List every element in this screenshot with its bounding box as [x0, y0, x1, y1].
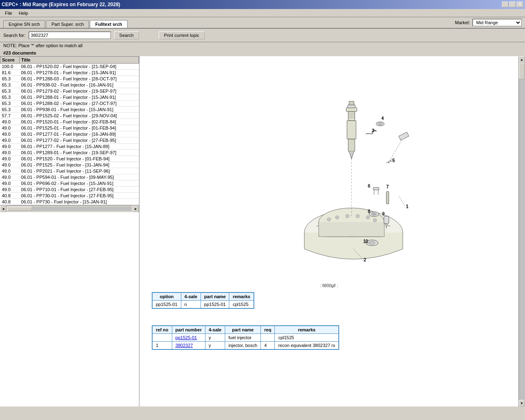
svg-point-5	[356, 215, 359, 218]
parts-col-partnum: part number	[172, 326, 205, 334]
search-button[interactable]: Search	[114, 31, 139, 39]
result-title[interactable]: 06.01 - PP1279-02 - Fuel Injector - [19-…	[19, 88, 139, 94]
result-title[interactable]: 06.01 - PP1289-01 - Fuel Injector - [19-…	[19, 150, 139, 156]
tab-part-super[interactable]: Part Super. srch	[46, 20, 89, 28]
result-title[interactable]: 06.01 - PP938-01 - Fuel Injector - [15-J…	[19, 107, 139, 113]
result-row[interactable]: 49.006.01 - PP594-01 - Fuel Injector - […	[0, 174, 139, 180]
menu-file[interactable]: File	[2, 10, 16, 16]
result-row[interactable]: 81.606.01 - PP1278-01 - Fuel Injector - …	[0, 70, 139, 76]
result-title[interactable]: 06.01 - PP1288-03 - Fuel Injector - [28-…	[19, 76, 139, 82]
opt-col-partname: part name	[201, 292, 229, 301]
result-title[interactable]: 06.01 - PP938-02 - Fuel Injector - [16-J…	[19, 82, 139, 88]
close-button[interactable]: ✕	[517, 2, 523, 7]
result-score: 49.0	[0, 131, 20, 137]
parts-col-refno: ref no	[152, 326, 172, 334]
result-row[interactable]: 40.806.01 - PP730 - Fuel Injector - [15-…	[0, 199, 139, 205]
result-row[interactable]: 49.006.01 - PP1525-01 - Fuel Injector - …	[0, 125, 139, 131]
result-row[interactable]: 49.006.01 - PP2021 - Fuel Injector - [11…	[0, 168, 139, 174]
restore-button[interactable]: □	[509, 2, 516, 7]
opt-partname: pp1525-01	[201, 301, 229, 309]
parts-partnum[interactable]: 3802327	[172, 342, 205, 350]
result-title[interactable]: 06.01 - PP730-01 - Fuel Injector - [27-F…	[19, 193, 139, 199]
option-row: pp1525-01 n pp1525-01 cpl1525	[152, 301, 254, 309]
result-title[interactable]: 06.01 - PP594-01 - Fuel Injector - [09-M…	[19, 174, 139, 180]
scroll-left-btn[interactable]: ◄	[0, 205, 7, 212]
result-row[interactable]: 65.306.01 - PP1288-02 - Fuel Injector - …	[0, 100, 139, 107]
result-title[interactable]: 06.01 - PP1277 - Fuel Injector - [15-JAN…	[19, 144, 139, 150]
result-title[interactable]: 06.01 - PP1520-01 - Fuel Injector - [02-…	[19, 119, 139, 125]
result-score: 40.8	[0, 199, 20, 205]
scroll-up-btn[interactable]: ▲	[519, 56, 525, 63]
result-row[interactable]: 49.006.01 - PP1525 - Fuel Injector - [31…	[0, 162, 139, 168]
scroll-thumb[interactable]	[7, 207, 32, 211]
result-row[interactable]: 65.306.01 - PP1288-01 - Fuel Injector - …	[0, 94, 139, 100]
result-title[interactable]: 06.01 - PP1277-02 - Fuel Injector - [27-…	[19, 137, 139, 144]
tab-engine-sn[interactable]: Engine SN srch	[3, 20, 45, 28]
result-title[interactable]: 06.01 - PP730 - Fuel Injector - [15-JAN-…	[19, 199, 139, 205]
right-panel: 1 2 3 4 5 6 7 8 9	[139, 56, 518, 406]
result-score: 65.3	[0, 88, 20, 94]
market-label: Market:	[455, 20, 470, 25]
scroll-track-right[interactable]	[519, 63, 525, 400]
part-number-link[interactable]: pp1525-01	[176, 335, 197, 340]
note-area: NOTE: Place '*' after option to match al…	[0, 42, 525, 50]
result-row[interactable]: 65.306.01 - PP938-02 - Fuel Injector - […	[0, 82, 139, 88]
result-row[interactable]: 49.006.01 - PP1277-01 - Fuel Injector - …	[0, 131, 139, 137]
result-row[interactable]: 65.306.01 - PP1288-03 - Fuel Injector - …	[0, 76, 139, 82]
result-title[interactable]: 06.01 - PP1277-01 - Fuel Injector - [16-…	[19, 131, 139, 137]
scroll-thumb-right[interactable]	[519, 63, 525, 79]
menu-help[interactable]: Help	[16, 10, 32, 16]
result-title[interactable]: 06.01 - PP1520 - Fuel Injector - [01-FEB…	[19, 156, 139, 162]
svg-point-6	[366, 216, 370, 219]
result-title[interactable]: 06.01 - PP1520-02 - Fuel Injector - [21-…	[19, 64, 139, 70]
result-row[interactable]: 65.306.01 - PP938-01 - Fuel Injector - […	[0, 107, 139, 113]
results-table: Score Title 100.006.01 - PP1520-02 - Fue…	[0, 56, 139, 205]
fig-caption: : fi800gif :	[320, 283, 338, 288]
result-title[interactable]: 06.01 - PP1525 - Fuel Injector - [31-JAN…	[19, 162, 139, 168]
result-row[interactable]: 65.306.01 - PP1279-02 - Fuel Injector - …	[0, 88, 139, 94]
result-title[interactable]: 06.01 - PP1288-02 - Fuel Injector - [27-…	[19, 100, 139, 107]
result-row[interactable]: 49.006.01 - PP1289-01 - Fuel Injector - …	[0, 150, 139, 156]
result-row[interactable]: 49.006.01 - PP710-01 - Fuel Injector - […	[0, 187, 139, 193]
scroll-track[interactable]	[7, 207, 132, 211]
svg-point-2	[327, 218, 331, 221]
result-score: 49.0	[0, 119, 20, 125]
result-row[interactable]: 49.006.01 - PP696-02 - Fuel Injector - […	[0, 180, 139, 187]
app-title: CEPC+ : Mid Range (Expires on February 2…	[2, 2, 120, 7]
window-controls: ─ □ ✕	[502, 2, 523, 7]
search-label: Search for:	[3, 33, 25, 38]
result-title[interactable]: 06.01 - PP1525-01 - Fuel Injector - [01-…	[19, 125, 139, 131]
result-row[interactable]: 49.006.01 - PP1520 - Fuel Injector - [01…	[0, 156, 139, 162]
part-number-link[interactable]: 3802327	[176, 343, 193, 348]
result-score: 49.0	[0, 137, 20, 144]
option-table-container: option 4-sale part name remarks pp1525-0…	[144, 288, 514, 313]
result-title[interactable]: 06.01 - PP1278-01 - Fuel Injector - [15-…	[19, 70, 139, 76]
print-button[interactable]: Print current topic	[159, 31, 205, 39]
result-row[interactable]: 49.006.01 - PP1277 - Fuel Injector - [15…	[0, 144, 139, 150]
market-select[interactable]: Mid Range Heavy Duty Light Duty	[472, 19, 522, 26]
result-row[interactable]: 40.806.01 - PP730-01 - Fuel Injector - […	[0, 193, 139, 199]
result-score: 65.3	[0, 82, 20, 88]
result-title[interactable]: 06.01 - PP1525-02 - Fuel Injector - [29-…	[19, 113, 139, 119]
minimize-button[interactable]: ─	[502, 2, 509, 7]
parts-col-sale: 4-sale	[205, 326, 225, 334]
parts-req: 4	[261, 342, 275, 350]
result-row[interactable]: 49.006.01 - PP1520-01 - Fuel Injector - …	[0, 119, 139, 125]
parts-refno	[152, 334, 172, 342]
scroll-down-btn[interactable]: ▼	[519, 400, 525, 406]
tab-fulltext[interactable]: Fulltext srch	[90, 20, 127, 28]
scroll-right-btn[interactable]: ►	[132, 205, 139, 212]
opt-col-remarks: remarks	[229, 292, 254, 301]
result-row[interactable]: 100.006.01 - PP1520-02 - Fuel Injector -…	[0, 64, 139, 70]
result-row[interactable]: 57.706.01 - PP1525-02 - Fuel Injector - …	[0, 113, 139, 119]
result-title[interactable]: 06.01 - PP2021 - Fuel Injector - [11-SEP…	[19, 168, 139, 174]
result-title[interactable]: 06.01 - PP696-02 - Fuel Injector - [15-J…	[19, 180, 139, 187]
search-input[interactable]	[29, 32, 111, 39]
svg-text:10: 10	[363, 239, 368, 244]
svg-rect-12	[348, 112, 355, 121]
result-title[interactable]: 06.01 - PP1288-01 - Fuel Injector - [15-…	[19, 94, 139, 100]
menu-bar: File Help	[0, 9, 525, 17]
parts-partnum[interactable]: pp1525-01	[172, 334, 205, 342]
result-title[interactable]: 06.01 - PP710-01 - Fuel Injector - [27-F…	[19, 187, 139, 193]
result-row[interactable]: 49.006.01 - PP1277-02 - Fuel Injector - …	[0, 137, 139, 144]
